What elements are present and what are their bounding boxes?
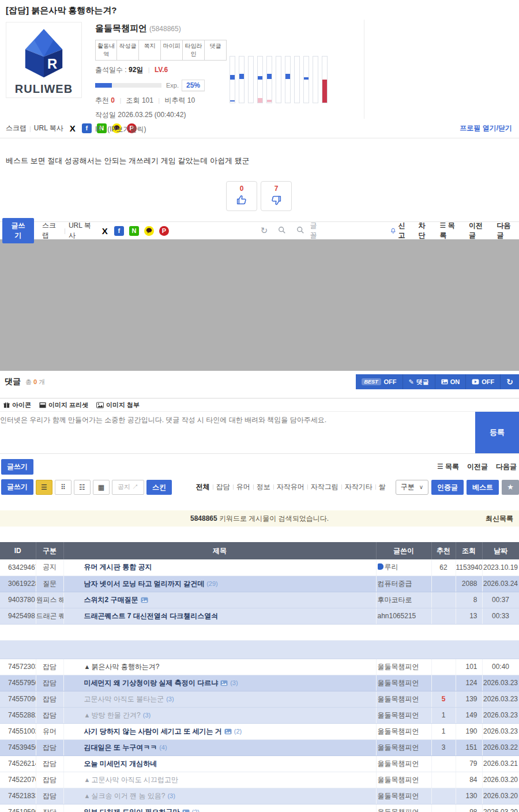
post-title-link[interactable]: ▲고문사막 아직도 시끄럽고만 [84, 776, 179, 784]
post-title-link[interactable]: ▲실크송 이거 깬 놈 있음? [84, 792, 166, 800]
cell-category[interactable]: 유머 [36, 723, 63, 739]
report-button[interactable]: 신고 [398, 221, 411, 240]
profile-tab-1[interactable]: 작성글 [117, 40, 139, 61]
cell-category[interactable]: 잡담 [36, 772, 63, 788]
post-title-link[interactable]: 남자 넷이서 모닝 타고 멀리까지 갈건데 [84, 580, 205, 588]
view-grid-button[interactable]: ⠿ [55, 480, 72, 495]
category-tab-2[interactable]: 유머 [236, 482, 250, 492]
cell-category[interactable]: 드래곤 퀘... [36, 608, 63, 624]
post-title-link[interactable]: 일부 다처제 도입이 필요하구만 [84, 808, 190, 812]
profile-tab-5[interactable]: 댓글 [205, 40, 227, 61]
category-tab-5[interactable]: 자작그림 [311, 482, 339, 492]
block-button[interactable]: 차단 [419, 221, 432, 240]
url-copy-button[interactable]: URL 복사 [34, 123, 63, 133]
cell-category[interactable]: 잡담 [36, 691, 63, 707]
font-button[interactable]: 글꼴 [310, 221, 321, 240]
avatar[interactable]: R RULIWEB [6, 22, 82, 98]
cell-category[interactable]: 잡담 [36, 659, 63, 675]
comment-refresh-button[interactable]: ↻ [500, 374, 519, 389]
favorite-star-button[interactable]: ★ [502, 480, 519, 495]
board-write-button[interactable]: 글쓰기 [1, 479, 33, 495]
post-title-link[interactable]: 드래곤퀘스트 7 대신전열쇠 다크챌리스열쇠 [84, 612, 219, 620]
footer-list-button[interactable]: ☰ 목록 [437, 462, 459, 472]
facebook-icon[interactable]: f [82, 123, 92, 133]
comment-video-toggle[interactable]: OFF [465, 374, 500, 389]
cell-author[interactable]: 울둘목챔피언 [376, 723, 431, 739]
cell-author[interactable]: 울둘목챔피언 [376, 659, 431, 675]
category-tab-4[interactable]: 자작유머 [277, 482, 304, 492]
category-tab-0[interactable]: 전체 [196, 482, 210, 492]
notice-toggle-button[interactable]: 공지 ↗ [112, 480, 144, 495]
post-title-link[interactable]: 미세먼지 왜 기상청이랑 실제 측정이 다르냐 [84, 679, 228, 687]
category-tab-7[interactable]: 쌀 [379, 482, 386, 492]
cell-author[interactable]: ahn1065215 [376, 608, 431, 624]
profile-tab-2[interactable]: 쪽지 [139, 40, 161, 61]
list-button[interactable]: ☰ 목록 [440, 221, 461, 240]
next-post-button[interactable]: 다음글 [497, 221, 517, 240]
profile-tab-0[interactable]: 활동내역 [95, 40, 117, 61]
post-title-link[interactable]: 김대일은 또 누구여ㅋㅋ [84, 743, 157, 751]
post-title-link[interactable]: 오늘 미세먼지 개심하네 [84, 760, 157, 768]
best-toggle-button[interactable]: BESTOFF [356, 374, 403, 389]
cell-category[interactable]: 잡담 [36, 707, 63, 723]
cell-author[interactable]: 울둘목챔피언 [376, 691, 431, 707]
cell-author[interactable]: 후마코타로 [376, 592, 431, 608]
cell-category[interactable]: 질문 [36, 576, 63, 592]
post-title-link[interactable]: 사기 당하지 않는 사람이 세기고 또 세기는 거 [84, 727, 232, 735]
cell-category[interactable]: 잡담 [36, 739, 63, 755]
footer-prev-button[interactable]: 이전글 [467, 462, 488, 472]
category-tab-6[interactable]: 자작기타 [345, 482, 373, 492]
x-social-icon[interactable]: X [69, 123, 77, 133]
kakao-icon[interactable] [144, 226, 154, 236]
view-list-button[interactable]: ☰ [36, 480, 52, 495]
refresh-icon[interactable]: ↻ [261, 225, 268, 236]
cell-category[interactable]: 잡담 [36, 755, 63, 772]
cell-category[interactable]: 잡담 [36, 788, 63, 804]
x-social-icon[interactable]: X [101, 226, 109, 236]
ip-reveal-link[interactable]: (IP보기클릭) [107, 125, 146, 133]
post-title-link[interactable]: 고문사막 아직도 불타는군 [84, 695, 164, 703]
cell-category[interactable]: 원피스 해... [36, 592, 63, 608]
comment-submit-button[interactable]: 등록 [475, 412, 519, 453]
category-tab-1[interactable]: 잡담 [216, 482, 230, 492]
cell-author[interactable]: 울둘목챔피언 [376, 804, 431, 812]
category-tab-3[interactable]: 정보 [257, 482, 270, 492]
pinterest-icon[interactable]: P [159, 226, 169, 236]
cell-author[interactable]: 울둘목챔피언 [376, 675, 431, 691]
prev-post-button[interactable]: 이전글 [469, 221, 488, 240]
write-button[interactable]: 글쓰기 [2, 218, 34, 243]
footer-next-button[interactable]: 다음글 [496, 462, 517, 472]
best-button[interactable]: 베스트 [467, 480, 499, 495]
upvote-button[interactable]: 0 [226, 181, 257, 211]
comment-input[interactable] [0, 412, 475, 453]
view-detail-button[interactable]: ☷ [74, 480, 91, 495]
cell-author[interactable]: 울둘목챔피언 [376, 755, 431, 772]
comment-write-button[interactable]: ✎댓글 [403, 374, 435, 389]
profile-tab-4[interactable]: 타임라인 [183, 40, 205, 61]
latest-list-link[interactable]: 최신목록 [486, 514, 513, 524]
cell-author[interactable]: 울둘목챔피언 [376, 739, 431, 755]
cell-author[interactable]: 울둘목챔피언 [376, 772, 431, 788]
cell-author[interactable]: 울둘목챔피언 [376, 707, 431, 723]
image-attach-button[interactable]: 이미지 첨부 [96, 401, 140, 409]
filter-dropdown[interactable]: 구분∨ [396, 480, 428, 495]
zoom-out-icon[interactable] [296, 226, 304, 236]
image-preset-button[interactable]: 이미지 프리셋 [39, 401, 88, 409]
post-title-link[interactable]: 유머 게시판 통합 공지 [84, 563, 152, 571]
post-title-link[interactable]: 스위치2 구매질문 [84, 596, 148, 604]
toolbar-url-copy-button[interactable]: URL 복사 [69, 221, 96, 240]
cell-author[interactable]: 루리 [376, 559, 431, 576]
cell-author[interactable]: 울둘목챔피언 [376, 788, 431, 804]
author-name[interactable]: 울둘목챔피언(5848865) [95, 22, 364, 34]
cell-author[interactable]: 컴퓨터중급 [376, 576, 431, 592]
cell-category[interactable]: 공지 [36, 559, 63, 576]
facebook-icon[interactable]: f [114, 226, 124, 236]
view-card-button[interactable]: ▦ [93, 480, 110, 495]
comment-image-toggle[interactable]: ON [435, 374, 466, 389]
downvote-button[interactable]: 7 [261, 181, 292, 211]
toolbar-scrap-button[interactable]: 스크랩 [42, 221, 61, 240]
zoom-in-icon[interactable] [278, 226, 286, 236]
profile-tab-3[interactable]: 마이피 [161, 40, 183, 61]
skin-button[interactable]: 스킨 [146, 480, 172, 495]
cell-category[interactable]: 잡담 [36, 675, 63, 691]
